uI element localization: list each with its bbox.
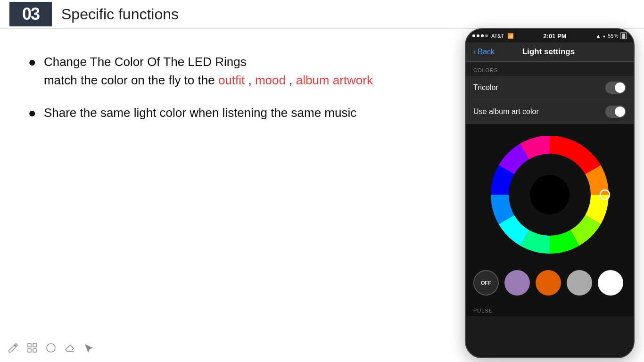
bullet-text-1: Change The Color Of The LED Rings match … (44, 53, 373, 90)
highlight-album-artwork: album artwork (296, 73, 373, 87)
bottom-toolbar (0, 338, 102, 357)
album-art-label: Use album art color (473, 107, 539, 116)
status-bar: AT&T 📶 2:01 PM ▲ ⬧ 55% ▓ (466, 29, 634, 42)
svg-rect-5 (33, 344, 36, 347)
color-wheel[interactable] (488, 133, 611, 256)
circle-outline-icon[interactable] (45, 342, 57, 354)
slide-number-badge: 03 (9, 2, 52, 26)
bullet-dot-1: ● (28, 55, 36, 70)
pencil-icon[interactable] (8, 342, 19, 354)
cursor-icon[interactable] (83, 342, 94, 354)
signal-dot-3 (481, 34, 484, 37)
swatches-row: OFF (466, 265, 634, 305)
swatch-orange[interactable] (536, 270, 561, 296)
bullet-text-2: Share the same light color when listenin… (44, 104, 356, 122)
status-bar-left: AT&T 📶 (472, 33, 514, 39)
status-bar-right: ▲ ⬧ 55% ▓ (596, 33, 627, 39)
back-label: Back (478, 48, 495, 56)
bullet-dot-2: ● (28, 106, 36, 121)
signal-dot-2 (477, 34, 479, 37)
highlight-outfit: outfit (218, 73, 245, 87)
status-time: 2:01 PM (543, 33, 566, 40)
svg-rect-6 (28, 349, 31, 352)
tricolor-toggle-knob (615, 82, 625, 93)
bullet-line2-prefix: match the color on the fly to the (44, 73, 218, 87)
tricolor-row[interactable]: Tricolor (466, 76, 634, 100)
swatch-white[interactable] (598, 270, 623, 296)
colors-section: COLORS Tricolor Use album art color (466, 62, 634, 124)
battery-level: 55% (608, 33, 618, 39)
grid-icon[interactable] (26, 342, 38, 354)
album-art-toggle[interactable] (605, 106, 626, 118)
color-wheel-container[interactable] (466, 124, 634, 265)
signal-dot-4 (485, 34, 488, 37)
slide-number: 03 (22, 4, 39, 24)
swatch-purple[interactable] (504, 270, 530, 296)
swatch-off[interactable]: OFF (473, 270, 499, 296)
pulse-label: PULSE (466, 305, 634, 316)
slide-header: 03 Specific functions (0, 0, 644, 28)
album-art-toggle-knob (615, 107, 625, 117)
svg-rect-4 (28, 344, 31, 347)
album-art-row[interactable]: Use album art color (466, 100, 634, 124)
slide-title: Specific functions (61, 6, 179, 23)
eraser-icon[interactable] (64, 342, 75, 354)
tricolor-label: Tricolor (473, 83, 498, 92)
highlight-mood: mood (255, 73, 286, 87)
nav-bar: ‹ Back Light settings (466, 42, 634, 62)
back-chevron-icon: ‹ (473, 48, 476, 56)
bullet-line-2: match the color on the fly to the outfit… (44, 71, 373, 90)
back-button[interactable]: ‹ Back (473, 48, 495, 56)
bullet-line-1: Change The Color Of The LED Rings (44, 55, 247, 69)
swatch-gray[interactable] (567, 270, 592, 296)
svg-point-2 (530, 175, 570, 214)
separator1: , (245, 73, 255, 87)
battery-icon: ▓ (620, 33, 627, 39)
nav-title: Light settings (522, 47, 575, 57)
signal-dot-1 (472, 34, 475, 37)
location-icon: ▲ (596, 33, 601, 39)
wifi-icon: 📶 (507, 33, 514, 39)
svg-point-8 (47, 344, 55, 352)
svg-rect-7 (33, 349, 36, 352)
phone-mockup: AT&T 📶 2:01 PM ▲ ⬧ 55% ▓ ‹ Back Light se… (465, 28, 635, 358)
colors-section-label: COLORS (466, 62, 634, 76)
separator2: , (286, 73, 296, 87)
tricolor-toggle[interactable] (605, 82, 626, 94)
bluetooth-icon: ⬧ (603, 33, 606, 39)
carrier-name: AT&T (491, 33, 504, 39)
